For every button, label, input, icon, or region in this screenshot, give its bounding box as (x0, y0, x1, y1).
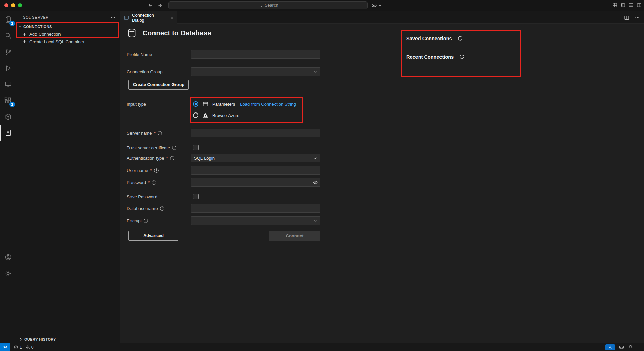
remote-explorer-icon[interactable] (0, 76, 16, 92)
problems-status[interactable]: 1 0 (14, 345, 35, 350)
toggle-secondary-sidebar-icon[interactable] (637, 3, 642, 8)
search-icon (258, 3, 263, 8)
sidebar-title-row: SQL SERVER (16, 11, 120, 23)
info-icon[interactable] (170, 156, 175, 161)
extensions-icon[interactable]: 1 (0, 92, 16, 108)
titlebar-layout-controls (612, 3, 642, 8)
advanced-button[interactable]: Advanced (128, 231, 178, 241)
query-history-section-header[interactable]: QUERY HISTORY (16, 335, 120, 343)
accounts-icon[interactable] (0, 249, 16, 265)
parameters-radio[interactable] (193, 101, 198, 107)
info-icon[interactable] (151, 180, 157, 185)
run-debug-icon[interactable] (0, 60, 16, 76)
info-icon[interactable] (172, 145, 177, 150)
authentication-type-dropdown[interactable]: SQL Login (191, 154, 320, 162)
profile-name-row: Profile Name (127, 50, 393, 59)
connection-group-label: Connection Group (127, 69, 163, 74)
save-password-checkbox[interactable] (193, 194, 199, 199)
trust-server-certificate-checkbox[interactable] (193, 145, 199, 150)
parameters-option-row: Parameters Load from Connection String (191, 100, 333, 108)
dialog-header: Connect to Database (127, 28, 211, 38)
info-icon[interactable] (160, 206, 165, 211)
load-connection-string-link[interactable]: Load from Connection String (240, 102, 296, 107)
database-name-row: Database name (127, 204, 393, 213)
encrypt-row: Encrypt (127, 216, 393, 225)
sql-server-view-icon[interactable] (0, 125, 16, 141)
history-navigation (148, 3, 163, 8)
titlebar: Search (0, 0, 644, 11)
minimize-window-button[interactable] (11, 3, 15, 7)
server-name-label: Server name (127, 131, 152, 136)
activity-bar: 1 1 (0, 11, 16, 343)
database-name-input[interactable] (191, 204, 320, 213)
copilot-status-icon[interactable] (619, 344, 624, 350)
source-control-icon[interactable] (0, 44, 16, 60)
encrypt-label: Encrypt (127, 218, 142, 223)
refresh-recent-connections-icon[interactable] (459, 54, 465, 60)
add-connection-label: Add Connection (29, 32, 61, 37)
profile-name-input[interactable] (191, 50, 320, 59)
notifications-bell-icon[interactable] (628, 345, 633, 350)
required-marker: * (150, 168, 152, 173)
parameters-option-label: Parameters (212, 102, 235, 107)
user-name-input[interactable] (191, 166, 320, 175)
settings-gear-icon[interactable] (0, 265, 16, 281)
server-name-input[interactable] (191, 129, 320, 137)
search-view-icon[interactable] (0, 27, 16, 44)
tab-connection-dialog[interactable]: Connection Dialog (120, 11, 177, 24)
more-actions-icon[interactable] (635, 15, 640, 20)
create-connection-group-button[interactable]: Create Connection Group (128, 80, 189, 90)
error-count: 1 (20, 345, 22, 350)
maximize-window-button[interactable] (18, 3, 22, 7)
info-icon[interactable] (157, 131, 162, 136)
encrypt-dropdown[interactable] (191, 216, 320, 225)
user-name-label: User name (127, 168, 148, 173)
split-editor-icon[interactable] (624, 15, 629, 20)
browse-azure-option-label: Browse Azure (212, 113, 239, 118)
customize-layout-icon[interactable] (612, 3, 617, 8)
connection-group-row: Connection Group (127, 67, 393, 76)
password-row: Password * (127, 178, 393, 187)
plus-icon (22, 32, 27, 37)
warning-count: 0 (31, 345, 34, 350)
chevron-down-icon (313, 69, 318, 74)
close-window-button[interactable] (4, 3, 8, 7)
close-tab-icon[interactable] (170, 15, 174, 20)
connections-section-header[interactable]: CONNECTIONS (16, 23, 120, 30)
forward-arrow-icon[interactable] (157, 3, 163, 8)
containers-icon[interactable] (0, 108, 16, 125)
password-input[interactable] (191, 178, 320, 187)
info-icon[interactable] (154, 168, 159, 173)
authentication-type-label: Authentication type (127, 156, 164, 161)
command-center-search[interactable]: Search (168, 1, 368, 9)
eye-off-icon[interactable] (313, 180, 318, 185)
connect-button[interactable]: Connect (269, 231, 320, 241)
dialog-buttons-row: Advanced Connect (127, 231, 393, 241)
connections-section-label: CONNECTIONS (23, 25, 52, 29)
toggle-sidebar-icon[interactable] (620, 3, 625, 8)
toggle-panel-icon[interactable] (628, 3, 634, 8)
required-marker: * (166, 156, 168, 161)
connection-group-dropdown[interactable] (191, 67, 320, 76)
browse-azure-radio[interactable] (193, 112, 198, 118)
add-connection-item[interactable]: Add Connection (16, 30, 120, 38)
refresh-saved-connections-icon[interactable] (457, 35, 463, 41)
create-local-sql-container-item[interactable]: Create Local SQL Container (16, 38, 120, 45)
copilot-menu[interactable] (371, 2, 382, 8)
explorer-badge: 1 (9, 21, 15, 26)
sidebar: SQL SERVER CONNECTIONS Add Connection Cr… (16, 11, 120, 343)
sidebar-title: SQL SERVER (23, 15, 49, 19)
trust-server-certificate-label: Trust server certificate (127, 145, 170, 150)
save-password-label: Save Password (127, 194, 157, 199)
window-controls (4, 3, 22, 7)
info-icon[interactable] (143, 218, 148, 223)
explorer-icon[interactable]: 1 (0, 11, 16, 27)
sidebar-more-actions-icon[interactable] (110, 15, 116, 20)
input-type-row: Input type Parameters Load from Connecti… (127, 100, 393, 120)
remote-indicator[interactable]: >< (0, 343, 10, 351)
back-arrow-icon[interactable] (148, 3, 153, 8)
zoom-status-icon[interactable] (605, 344, 615, 350)
copilot-icon (371, 2, 377, 8)
status-bar-right (605, 344, 644, 350)
dialog-title: Connect to Database (143, 29, 211, 37)
